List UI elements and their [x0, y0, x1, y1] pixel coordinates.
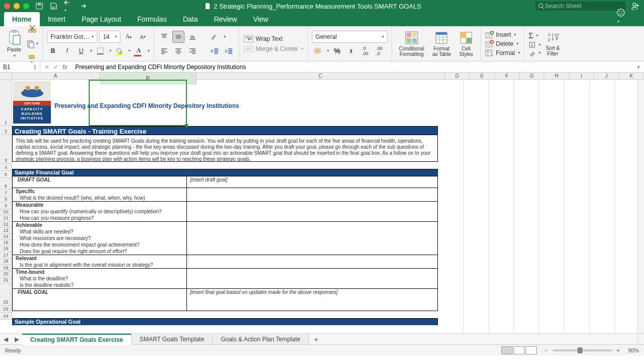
row-header-23[interactable]: 23 — [0, 306, 12, 313]
col-header-G[interactable]: G — [520, 73, 544, 79]
autosum-icon[interactable]: Σ▾ — [529, 31, 541, 40]
fill-color-icon[interactable] — [113, 45, 125, 57]
save-icon[interactable] — [49, 2, 57, 10]
align-center-icon[interactable] — [172, 45, 184, 57]
row-header-4[interactable]: 4 — [0, 164, 12, 171]
search-sheet-box[interactable] — [535, 2, 626, 11]
row-header-15[interactable]: 15 — [0, 240, 12, 246]
tab-page-layout[interactable]: Page Layout — [74, 12, 130, 26]
accept-formula-icon[interactable]: ✓ — [53, 64, 58, 71]
border-icon[interactable] — [94, 45, 106, 57]
col-header-J[interactable]: J — [594, 73, 619, 79]
horizontal-scrollbar[interactable] — [637, 334, 644, 344]
row-header-10[interactable]: 10 — [0, 209, 12, 215]
row-header-17[interactable]: 17 — [0, 252, 12, 259]
copy-icon[interactable]: ▾ — [26, 38, 38, 50]
col-header-F[interactable]: F — [495, 73, 520, 79]
format-as-table-button[interactable]: Format as Table — [429, 30, 454, 58]
sort-filter-button[interactable]: AZ Sort & Filter — [543, 30, 563, 57]
align-middle-icon[interactable] — [172, 31, 184, 43]
bold-icon[interactable]: B — [47, 45, 59, 57]
row-header-3[interactable]: 3 — [0, 135, 12, 164]
row-header-13[interactable]: 13 — [0, 228, 12, 234]
fx-icon[interactable]: fx — [62, 64, 67, 71]
col-header-K[interactable]: K — [619, 73, 644, 79]
format-cells-button[interactable]: Format▾ — [485, 49, 520, 57]
cancel-formula-icon[interactable]: ✕ — [44, 64, 49, 71]
close-window-icon[interactable] — [4, 3, 10, 9]
italic-icon[interactable]: I — [61, 45, 73, 57]
row-header-21[interactable]: 21 — [0, 277, 12, 283]
number-format-select[interactable]: General▾ — [312, 31, 388, 43]
expand-formula-bar-icon[interactable]: ▾ — [633, 64, 644, 71]
col-header-A[interactable]: A — [12, 73, 100, 79]
row-header-2[interactable]: 2 — [0, 126, 12, 135]
row-header-14[interactable]: 14 — [0, 234, 12, 240]
zoom-level[interactable]: 90% — [628, 347, 639, 353]
row-header-8[interactable]: 8 — [0, 197, 12, 203]
minimize-window-icon[interactable] — [14, 3, 20, 9]
row-header-19[interactable]: 19 — [0, 265, 12, 271]
align-top-icon[interactable] — [158, 31, 170, 43]
align-left-icon[interactable] — [158, 45, 170, 57]
font-size-select[interactable]: 14▾ — [99, 31, 120, 43]
col-header-D[interactable]: D — [445, 73, 470, 79]
row-header-9[interactable]: 9 — [0, 203, 12, 209]
percent-icon[interactable]: % — [331, 45, 343, 57]
sheet-nav-next-icon[interactable]: ▶ — [11, 334, 22, 345]
currency-icon[interactable] — [312, 45, 324, 57]
redo-icon[interactable] — [79, 3, 87, 10]
fill-icon[interactable]: ▾ — [529, 41, 541, 48]
tab-view[interactable]: View — [245, 12, 276, 26]
vertical-scrollbar[interactable] — [637, 80, 644, 333]
sheet-tab-3[interactable]: Goals & Action Plan Template — [213, 334, 309, 344]
merge-center-button[interactable]: Merge & Center▾ — [243, 45, 303, 53]
view-normal-icon[interactable] — [501, 346, 512, 354]
increase-font-icon[interactable]: A▴ — [122, 31, 135, 43]
tab-review[interactable]: Review — [206, 12, 245, 26]
col-header-I[interactable]: I — [569, 73, 594, 79]
decrease-decimal-icon[interactable]: .00.0 — [373, 45, 385, 57]
collapse-ribbon-icon[interactable]: ˆ — [632, 8, 635, 24]
col-header-C[interactable]: C — [197, 73, 445, 79]
align-right-icon[interactable] — [186, 45, 199, 57]
add-sheet-button[interactable]: + — [309, 335, 324, 343]
align-bottom-icon[interactable] — [186, 31, 199, 43]
paste-button[interactable]: Paste ▾ — [4, 28, 24, 59]
row-header-12[interactable]: 12 — [0, 221, 12, 228]
search-input[interactable] — [545, 3, 615, 10]
zoom-in-button[interactable]: + — [617, 347, 620, 353]
font-name-select[interactable]: Franklin Got…▾ — [47, 31, 97, 43]
sheet-nav-prev-icon[interactable]: ◀ — [0, 334, 11, 345]
autosave-icon[interactable] — [35, 2, 43, 10]
sheet-tab-2[interactable]: SMART Goals Template — [132, 334, 213, 344]
zoom-slider[interactable] — [552, 349, 613, 351]
col-header-E[interactable]: E — [470, 73, 494, 79]
view-page-layout-icon[interactable] — [513, 346, 525, 354]
row-header-5[interactable]: 5 — [0, 171, 12, 178]
decrease-indent-icon[interactable] — [209, 45, 221, 57]
row-header-16[interactable]: 16 — [0, 246, 12, 252]
view-page-break-icon[interactable] — [526, 346, 537, 354]
undo-icon[interactable]: ▾ — [63, 0, 73, 13]
tab-data[interactable]: Data — [175, 12, 206, 26]
formula-input[interactable] — [71, 64, 633, 71]
sheet-tab-1[interactable]: Creating SMART Goals Exercise — [22, 334, 132, 345]
cell-styles-button[interactable]: Cell Styles — [456, 30, 476, 58]
worksheet-grid[interactable]: ABCDEFGHIJK 1234567891011121314151617181… — [0, 73, 644, 333]
row-header-20[interactable]: 20 — [0, 271, 12, 277]
row-header-1[interactable]: 1 — [0, 80, 12, 126]
row-header-22[interactable]: 22 — [0, 283, 12, 306]
clear-icon[interactable]: ▾ — [529, 49, 541, 56]
maximize-window-icon[interactable] — [23, 3, 29, 9]
insert-cells-button[interactable]: Insert▾ — [485, 31, 520, 39]
increase-decimal-icon[interactable]: .0.00 — [359, 45, 371, 57]
name-box[interactable]: B1 ▲▼ — [0, 62, 40, 72]
smiley-feedback-icon[interactable]: ▾ — [616, 8, 625, 24]
col-header-B[interactable]: B — [100, 73, 197, 85]
row-header-18[interactable]: 18 — [0, 259, 12, 265]
row-header-24[interactable]: 24 — [0, 313, 12, 320]
conditional-formatting-button[interactable]: Conditional Formatting — [396, 30, 427, 58]
underline-icon[interactable]: U — [75, 45, 87, 57]
row-header-6[interactable]: 6 — [0, 178, 12, 190]
